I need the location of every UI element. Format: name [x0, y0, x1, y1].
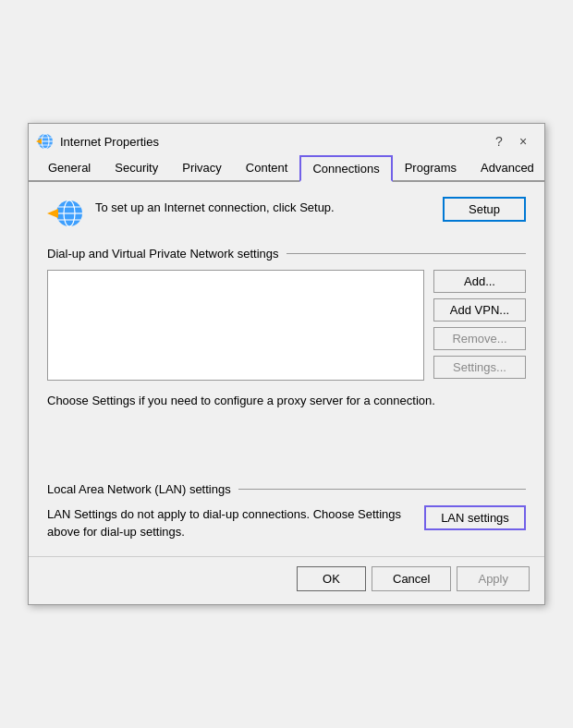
ok-button[interactable]: OK — [297, 566, 366, 591]
tab-connections[interactable]: Connections — [299, 155, 392, 182]
tab-content-area: To set up an Internet connection, click … — [29, 182, 544, 556]
internet-properties-dialog: Internet Properties ? × General Security… — [28, 123, 545, 605]
lan-section-title: Local Area Network (LAN) settings — [47, 482, 231, 496]
lan-section-header: Local Area Network (LAN) settings — [47, 482, 526, 496]
close-button[interactable]: × — [513, 131, 533, 152]
tab-security[interactable]: Security — [103, 155, 170, 182]
help-button[interactable]: ? — [489, 131, 509, 152]
setup-description: To set up an Internet connection, click … — [95, 197, 432, 214]
title-bar: Internet Properties ? × — [29, 124, 544, 155]
setup-row: To set up an Internet connection, click … — [47, 197, 526, 230]
tabs-bar: General Security Privacy Content Connect… — [29, 155, 544, 182]
settings-button[interactable]: Settings... — [433, 356, 526, 379]
vpn-list — [47, 270, 424, 381]
lan-section: Local Area Network (LAN) settings LAN Se… — [47, 482, 526, 541]
content-spacer — [47, 419, 526, 475]
vpn-section-line — [286, 253, 527, 254]
lan-description: LAN Settings do not apply to dial-up con… — [47, 505, 415, 541]
window-title: Internet Properties — [60, 135, 159, 149]
tab-programs[interactable]: Programs — [393, 155, 469, 182]
ie-icon — [36, 132, 55, 151]
proxy-description: Choose Settings if you need to configure… — [47, 392, 526, 410]
svg-marker-11 — [47, 209, 58, 218]
vpn-section-header: Dial-up and Virtual Private Network sett… — [47, 247, 526, 261]
add-button[interactable]: Add... — [433, 270, 526, 293]
dialog-footer: OK Cancel Apply — [29, 556, 544, 604]
tab-privacy[interactable]: Privacy — [170, 155, 234, 182]
apply-button[interactable]: Apply — [457, 566, 530, 591]
setup-button[interactable]: Setup — [443, 197, 526, 222]
cancel-button[interactable]: Cancel — [372, 566, 451, 591]
remove-button[interactable]: Remove... — [433, 327, 526, 350]
lan-row: LAN Settings do not apply to dial-up con… — [47, 505, 526, 541]
title-bar-controls: ? × — [489, 131, 533, 152]
tab-content[interactable]: Content — [234, 155, 300, 182]
tab-advanced[interactable]: Advanced — [469, 155, 546, 182]
vpn-section-title: Dial-up and Virtual Private Network sett… — [47, 247, 279, 261]
add-vpn-button[interactable]: Add VPN... — [433, 298, 526, 322]
lan-settings-button[interactable]: LAN settings — [424, 505, 526, 530]
tab-general[interactable]: General — [36, 155, 103, 182]
globe-arrow-icon — [47, 197, 84, 230]
title-bar-left: Internet Properties — [36, 132, 159, 151]
vpn-area: Add... Add VPN... Remove... Settings... — [47, 270, 526, 381]
lan-section-line — [238, 489, 526, 490]
vpn-buttons: Add... Add VPN... Remove... Settings... — [433, 270, 526, 381]
